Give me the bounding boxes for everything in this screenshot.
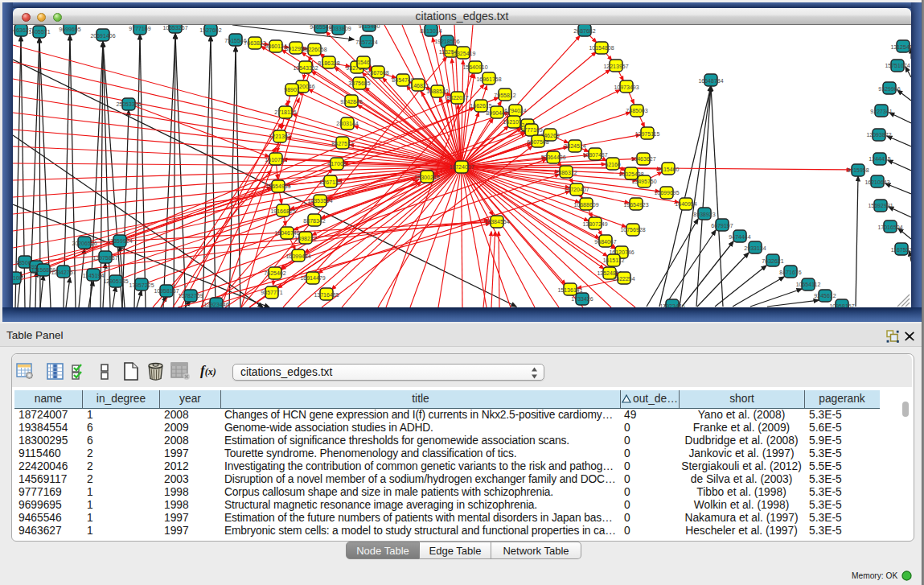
svg-text:10958167: 10958167 [154,288,179,294]
svg-text:6679197: 6679197 [711,223,733,229]
svg-text:8938923: 8938923 [693,212,715,217]
svg-text:16210643: 16210643 [864,179,889,185]
svg-text:19384554: 19384554 [484,219,509,225]
svg-text:2522254: 2522254 [613,276,634,282]
svg-text:10688609: 10688609 [573,202,598,208]
svg-text:9684067: 9684067 [594,239,616,245]
svg-text:7663822: 7663822 [244,40,265,46]
svg-text:9242848: 9242848 [340,99,362,105]
svg-text:7625402: 7625402 [264,270,285,276]
svg-text:18724007: 18724007 [449,164,474,170]
svg-text:20691406: 20691406 [90,33,115,39]
svg-text:9146821: 9146821 [407,83,429,89]
svg-text:9860124: 9860124 [265,43,286,49]
svg-text:12923446: 12923446 [659,303,684,307]
svg-text:17957225: 17957225 [129,282,154,288]
svg-text:12923446: 12923446 [203,302,228,307]
svg-text:6807508: 6807508 [527,139,548,145]
svg-text:6794024: 6794024 [504,108,526,113]
svg-text:8454749: 8454749 [392,77,413,83]
svg-text:16099484: 16099484 [285,253,310,259]
svg-text:3824514: 3824514 [564,143,585,149]
svg-text:2718126: 2718126 [274,109,296,115]
svg-text:10463627: 10463627 [630,156,655,162]
svg-text:7485003: 7485003 [626,108,647,113]
svg-text:25300215: 25300215 [414,175,439,180]
svg-text:1498222: 1498222 [294,236,316,241]
svg-text:10756928: 10756928 [620,227,645,233]
svg-text:9115460: 9115460 [359,25,380,29]
svg-text:1221392: 1221392 [269,134,290,139]
svg-text:15100: 15100 [13,275,23,281]
svg-text:1640954: 1640954 [675,201,696,207]
svg-text:16914479: 16914479 [300,275,325,281]
svg-text:10653267: 10653267 [162,25,187,31]
svg-text:11325419: 11325419 [451,51,476,56]
svg-text:20364436: 20364436 [540,154,565,160]
svg-text:12342757: 12342757 [51,270,76,275]
svg-text:12093872: 12093872 [866,132,891,138]
svg-text:8471676: 8471676 [779,270,801,275]
svg-text:9777169: 9777169 [520,127,542,133]
svg-text:15720407: 15720407 [564,187,589,192]
svg-text:417006: 417006 [327,161,346,167]
svg-text:19218506: 19218506 [434,39,459,44]
svg-text:7955812: 7955812 [494,93,515,98]
svg-text:10973493: 10973493 [614,84,639,90]
svg-text:8878342: 8878342 [303,218,325,224]
svg-text:10654112: 10654112 [796,282,821,287]
svg-text:8813014: 8813014 [420,28,441,34]
svg-text:19654935: 19654935 [265,183,290,189]
svg-text:8215958: 8215958 [847,167,869,173]
svg-text:16046746: 16046746 [274,230,299,236]
svg-text:10807487: 10807487 [582,152,607,158]
svg-text:1546: 1546 [357,60,370,65]
svg-text:20206526: 20206526 [72,241,97,246]
svg-text:2933134: 2933134 [744,245,766,251]
svg-text:15640910: 15640910 [462,64,487,70]
svg-text:9227341: 9227341 [870,109,892,114]
svg-text:10699695: 10699695 [654,190,679,196]
svg-text:1167533: 1167533 [891,247,911,253]
svg-text:9245612: 9245612 [814,293,836,299]
svg-text:16961758: 16961758 [476,76,501,82]
svg-text:19166825: 19166825 [270,208,295,214]
svg-text:15136141: 15136141 [557,287,582,293]
svg-text:10543362: 10543362 [293,65,318,71]
svg-text:13975887: 13975887 [92,255,117,261]
svg-text:19654923: 19654923 [623,202,648,208]
svg-text:2687682: 2687682 [573,28,595,34]
svg-text:9329966: 9329966 [878,86,900,92]
svg-text:1610752: 1610752 [265,157,286,163]
svg-text:16648784: 16648784 [698,78,723,84]
svg-text:2386312: 2386312 [555,170,577,175]
svg-text:1527602: 1527602 [199,27,221,33]
svg-text:25226058: 25226058 [302,47,326,52]
svg-text:12213957: 12213957 [603,64,628,69]
svg-text:1615112: 1615112 [603,257,625,263]
svg-text:13807249: 13807249 [582,221,607,227]
svg-text:2867608: 2867608 [367,70,388,76]
svg-text:8267130: 8267130 [319,179,341,185]
svg-text:12905185: 12905185 [103,278,128,284]
svg-text:2803144: 2803144 [336,121,358,126]
svg-text:10154808: 10154808 [589,45,614,51]
svg-text:10958167: 10958167 [829,303,854,307]
svg-text:15751074: 15751074 [885,63,910,68]
svg-text:1588520: 1588520 [426,89,448,94]
svg-text:1662615: 1662615 [470,103,491,109]
svg-text:16782759: 16782759 [178,293,203,299]
svg-text:13495750: 13495750 [631,179,656,184]
svg-text:13716485: 13716485 [314,292,339,298]
svg-text:12975115: 12975115 [635,131,660,137]
svg-text:9777169: 9777169 [129,26,150,31]
svg-text:14353594: 14353594 [307,198,332,204]
svg-text:9699695: 9699695 [59,27,80,32]
svg-text:62160: 62160 [605,162,621,167]
svg-text:1405571: 1405571 [28,29,50,35]
svg-text:1145194: 1145194 [83,273,105,278]
svg-text:1244415: 1244415 [869,156,890,162]
svg-text:98901: 98901 [284,87,300,93]
svg-text:7632621: 7632621 [762,258,783,264]
svg-text:8427512: 8427512 [331,141,353,146]
